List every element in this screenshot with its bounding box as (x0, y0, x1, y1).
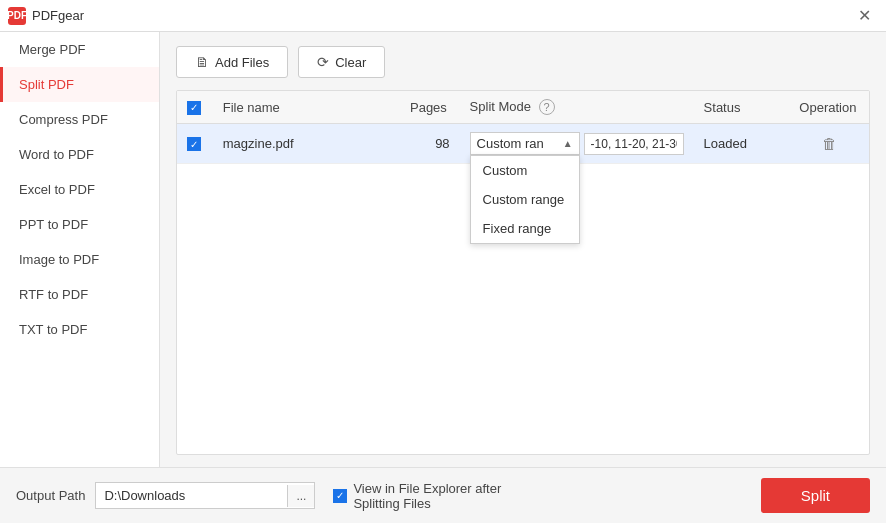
sidebar-item-split-pdf[interactable]: Split PDF (0, 67, 159, 102)
dropdown-item-custom[interactable]: Custom (471, 156, 579, 185)
app-icon-text: PDF (7, 10, 27, 21)
row-split-mode-cell: Custom ran ▲ Custom Custom range (460, 124, 694, 164)
table-row: magzine.pdf 98 Custom ran ▲ (177, 124, 869, 164)
help-icon[interactable]: ? (539, 99, 555, 115)
clear-label: Clear (335, 55, 366, 70)
add-files-button[interactable]: 🗎 Add Files (176, 46, 288, 78)
row-checkbox[interactable] (187, 137, 201, 151)
close-button[interactable]: ✕ (850, 2, 878, 30)
app-icon: PDF (8, 7, 26, 25)
content-area: 🗎 Add Files ⟳ Clear File name (160, 32, 886, 467)
sidebar-item-compress-pdf[interactable]: Compress PDF (0, 102, 159, 137)
file-table: File name Pages Split Mode ? Status (177, 91, 869, 164)
file-table-container: File name Pages Split Mode ? Status (176, 90, 870, 455)
sidebar-item-merge-pdf[interactable]: Merge PDF (0, 32, 159, 67)
view-explorer-checkbox[interactable] (333, 489, 347, 503)
sidebar-item-image-to-pdf[interactable]: Image to PDF (0, 242, 159, 277)
split-button[interactable]: Split (761, 478, 870, 513)
row-operation: 🗑 (789, 124, 869, 164)
table-header-row: File name Pages Split Mode ? Status (177, 91, 869, 124)
sidebar-item-ppt-to-pdf[interactable]: PPT to PDF (0, 207, 159, 242)
sidebar-item-word-to-pdf[interactable]: Word to PDF (0, 137, 159, 172)
header-status: Status (694, 91, 790, 124)
split-mode-dropdown[interactable]: Custom ran ▲ (470, 132, 580, 155)
split-mode-value: Custom ran (477, 136, 544, 151)
sidebar-item-rtf-to-pdf[interactable]: RTF to PDF (0, 277, 159, 312)
app-title: PDFgear (32, 8, 84, 23)
delete-icon[interactable]: 🗑 (822, 135, 837, 152)
clear-icon: ⟳ (317, 54, 329, 70)
row-checkbox-cell (177, 124, 213, 164)
view-explorer-label: View in File Explorer after Splitting Fi… (353, 481, 501, 511)
header-checkbox-cell (177, 91, 213, 124)
path-input[interactable] (96, 483, 287, 508)
path-input-wrap: ... (95, 482, 315, 509)
output-path-label: Output Path (16, 488, 85, 503)
clear-button[interactable]: ⟳ Clear (298, 46, 385, 78)
header-split-mode: Split Mode ? (460, 91, 694, 124)
row-filename: magzine.pdf (213, 124, 400, 164)
add-files-icon: 🗎 (195, 54, 209, 70)
add-files-label: Add Files (215, 55, 269, 70)
bottom-bar: Output Path ... View in File Explorer af… (0, 467, 886, 523)
header-operation: Operation (789, 91, 869, 124)
sidebar: Merge PDFSplit PDFCompress PDFWord to PD… (0, 32, 160, 467)
main-layout: Merge PDFSplit PDFCompress PDFWord to PD… (0, 32, 886, 467)
toolbar: 🗎 Add Files ⟳ Clear (176, 46, 870, 78)
chevron-up-icon: ▲ (563, 138, 573, 149)
header-checkbox[interactable] (187, 101, 201, 115)
header-filename: File name (213, 91, 400, 124)
browse-button[interactable]: ... (287, 485, 314, 507)
sidebar-item-excel-to-pdf[interactable]: Excel to PDF (0, 172, 159, 207)
sidebar-item-txt-to-pdf[interactable]: TXT to PDF (0, 312, 159, 347)
header-pages: Pages (400, 91, 460, 124)
dropdown-item-custom-range[interactable]: Custom range (471, 185, 579, 214)
dropdown-item-fixed-range[interactable]: Fixed range (471, 214, 579, 243)
row-status: Loaded (694, 124, 790, 164)
title-bar: PDF PDFgear ✕ (0, 0, 886, 32)
title-bar-left: PDF PDFgear (8, 7, 84, 25)
range-input[interactable] (584, 133, 684, 155)
view-check-wrap: View in File Explorer after Splitting Fi… (333, 481, 501, 511)
split-mode-menu: Custom Custom range Fixed range (470, 155, 580, 244)
row-pages: 98 (400, 124, 460, 164)
